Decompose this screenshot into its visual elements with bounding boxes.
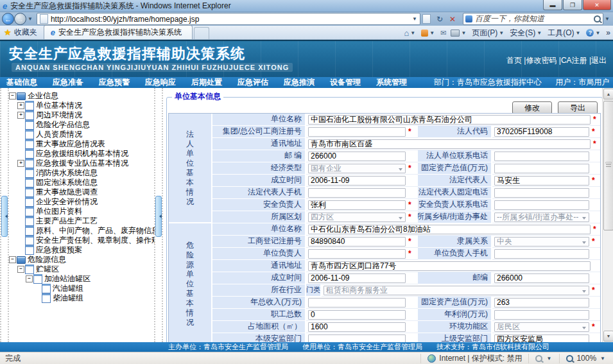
form-input[interactable] — [308, 298, 406, 308]
tree-node[interactable]: 应急救援组织机构基本情况 — [8, 149, 155, 159]
form-input[interactable] — [308, 261, 591, 271]
minimize-button[interactable]: ▬ — [543, 0, 562, 10]
home-button[interactable]: ⌂▼ — [404, 28, 417, 38]
sidebar-right-scroll-strip[interactable] — [154, 88, 163, 342]
tree-node[interactable]: 应急救援预案 — [8, 245, 155, 255]
tree-toggle-icon[interactable]: − — [17, 266, 25, 273]
tree-node[interactable]: 柴油罐组 — [8, 293, 155, 303]
menu-safety[interactable]: 安全(S)▼ — [510, 28, 543, 39]
main-scrollbar[interactable]: ▲ ▼ — [602, 88, 613, 342]
form-input[interactable] — [494, 273, 589, 283]
maximize-button[interactable]: ❐ — [563, 0, 582, 10]
sidebar-right-scroll-thumb[interactable] — [155, 196, 162, 237]
form-input[interactable] — [494, 176, 589, 186]
zoom-control[interactable]: 100% ▼ — [559, 354, 613, 363]
nav-item[interactable]: 应急评估 — [237, 77, 268, 88]
export-button[interactable]: 导出 — [558, 101, 598, 114]
tree-node[interactable]: −危险源信息 — [8, 255, 155, 264]
tree-node[interactable]: 安全生产责任制、规章制度、操作规程信息 — [8, 236, 155, 245]
close-button[interactable]: ✕ — [583, 0, 611, 10]
tree-node[interactable]: −贮罐区 — [8, 264, 155, 274]
nav-item[interactable]: 后期处置 — [191, 77, 222, 88]
window-titlebar[interactable]: e 安全生产应急救援指挥辅助决策系统 - Windows Internet Ex… — [0, 0, 613, 12]
form-input[interactable] — [308, 273, 406, 283]
new-tab-button[interactable] — [194, 27, 209, 39]
sidebar-left-scroll-strip[interactable] — [0, 88, 9, 342]
tree-toggle-icon[interactable]: − — [8, 92, 17, 100]
form-input[interactable] — [494, 188, 589, 198]
form-input[interactable] — [308, 310, 406, 320]
sidebar-left-scroll-thumb[interactable] — [1, 196, 8, 237]
search-icon[interactable] — [594, 15, 601, 22]
form-input[interactable] — [308, 334, 406, 343]
form-select[interactable]: 居民区 — [494, 322, 589, 332]
tree-node[interactable]: +单位基本情况 — [8, 101, 155, 110]
form-select[interactable]: 国有企业 — [308, 164, 406, 173]
back-button[interactable]: ← — [2, 13, 14, 25]
address-field[interactable]: http://localhost:90/yjzh/frame/homepage.… — [37, 13, 420, 25]
nav-item[interactable]: 系统管理 — [376, 77, 407, 88]
overflow-chevron[interactable]: » — [606, 28, 610, 37]
form-input[interactable] — [308, 139, 591, 149]
header-link[interactable]: 首页 — [506, 56, 522, 65]
tree-node[interactable]: −加油站油罐区 — [8, 274, 155, 284]
menu-page[interactable]: 页面(P)▼ — [472, 28, 505, 39]
modify-button[interactable]: 修改 — [512, 101, 552, 114]
tree-node[interactable]: 原料、中间产物、产品、废弃物信息 — [8, 226, 155, 236]
form-input[interactable] — [308, 200, 406, 210]
mail-button[interactable]: ✉ — [440, 29, 446, 37]
forward-button[interactable]: → — [14, 13, 26, 25]
form-input[interactable] — [494, 298, 589, 308]
form-input[interactable] — [494, 164, 589, 173]
tree-node[interactable]: 重大事故应急情况表 — [8, 139, 155, 149]
scroll-up-icon[interactable]: ▲ — [603, 89, 613, 100]
nav-item[interactable]: 应急推演 — [284, 77, 315, 88]
form-input[interactable] — [308, 249, 406, 259]
feeds-button[interactable]: ▼ — [421, 30, 436, 37]
header-link[interactable]: 退出 — [591, 56, 607, 65]
tree-node[interactable]: 人员资质情况 — [8, 130, 155, 139]
tree-node[interactable]: 主要产品生产工艺 — [8, 216, 155, 226]
scroll-down-icon[interactable]: ▼ — [603, 331, 613, 342]
form-select[interactable]: 四方区 — [308, 212, 406, 222]
print-button[interactable]: ▼ — [451, 30, 467, 37]
form-input[interactable] — [308, 152, 406, 161]
compatibility-view-button[interactable] — [420, 13, 433, 24]
tree-toggle-icon[interactable]: + — [17, 112, 25, 119]
refresh-button[interactable]: ↻ — [433, 13, 446, 24]
nav-item[interactable]: 设备管理 — [330, 77, 361, 88]
help-button[interactable]: ?▼ — [586, 29, 601, 37]
scrollbar-thumb[interactable] — [603, 101, 613, 230]
form-input[interactable] — [308, 127, 406, 137]
form-select[interactable]: --所属乡镇/街道办事处-- — [494, 212, 589, 222]
tree-toggle-icon[interactable]: + — [17, 160, 25, 167]
nav-item[interactable]: 应急准备 — [53, 77, 83, 88]
form-input[interactable] — [494, 127, 589, 137]
tree-toggle-icon[interactable]: − — [8, 256, 17, 263]
form-input[interactable] — [494, 249, 589, 259]
nav-item[interactable]: 应急响应 — [145, 77, 176, 88]
form-input[interactable] — [494, 310, 589, 320]
tree-node[interactable]: 单位图片资料 — [8, 207, 155, 216]
tree-node[interactable]: 固定泡沫系统信息 — [8, 178, 155, 187]
form-select[interactable]: 租赁和商务服务业 — [324, 286, 589, 295]
tree-node[interactable]: 危险化学品信息 — [8, 120, 155, 130]
form-input[interactable] — [494, 200, 589, 210]
favorites-button[interactable]: ★ 收藏夹 — [0, 26, 44, 39]
form-select[interactable]: 中央 — [494, 237, 589, 247]
stop-button[interactable]: ✕ — [446, 13, 459, 24]
form-input[interactable] — [308, 237, 406, 247]
search-box[interactable]: 百度一下，你就知道 — [463, 13, 603, 25]
tree-node[interactable]: +应急救援专业队伍基本情况 — [8, 159, 155, 168]
browser-tab[interactable]: e 安全生产应急救援指挥辅助决策系统 — [44, 25, 193, 39]
search-dropdown-icon[interactable]: ▼ — [605, 16, 610, 22]
header-link[interactable]: 修改密码 — [526, 56, 557, 65]
form-input[interactable] — [494, 334, 589, 343]
nav-item[interactable]: 应急预警 — [99, 77, 130, 88]
form-input[interactable] — [494, 152, 589, 161]
form-input[interactable] — [308, 188, 406, 198]
header-link[interactable]: CA注册 — [561, 56, 587, 65]
form-input[interactable] — [308, 115, 591, 125]
nav-item[interactable]: 基础信息 — [6, 77, 37, 88]
tree-node[interactable]: +周边环境情况 — [8, 110, 155, 120]
